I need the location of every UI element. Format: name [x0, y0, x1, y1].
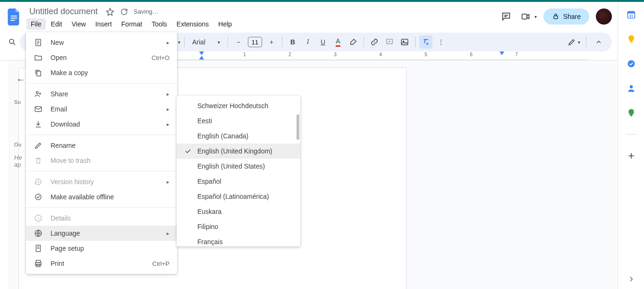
menu-details: Details — [26, 211, 177, 226]
share-button[interactable]: Share — [543, 8, 589, 25]
sync-icon — [119, 7, 129, 17]
editing-mode-button[interactable]: ▾ — [567, 35, 580, 49]
menu-new[interactable]: New▸ — [26, 35, 177, 50]
offline-icon — [34, 192, 43, 202]
menubar-edit[interactable]: Edit — [47, 18, 67, 30]
italic-button[interactable]: I — [301, 35, 314, 49]
docs-logo[interactable] — [6, 6, 23, 28]
document-icon — [34, 38, 43, 47]
maps-icon[interactable] — [626, 108, 636, 118]
chevron-down-icon: ▾ — [534, 14, 537, 19]
trash-icon — [34, 156, 43, 165]
more-toolbar-icon[interactable]: ⋮ — [434, 35, 448, 49]
tasks-icon[interactable] — [626, 59, 636, 69]
menu-offline[interactable]: Make available offline — [26, 189, 177, 204]
vertical-ruler[interactable] — [0, 60, 9, 289]
collapse-toolbar-icon[interactable] — [592, 35, 605, 49]
language-option[interactable]: English (Canada) — [177, 128, 300, 144]
print-icon — [34, 259, 43, 268]
email-icon — [34, 104, 43, 114]
ruler-tick: 7 — [515, 52, 518, 57]
svg-point-22 — [35, 194, 41, 200]
search-icon[interactable] — [7, 38, 18, 46]
calendar-icon[interactable]: 31 — [626, 9, 636, 20]
document-title[interactable]: Untitled document — [26, 6, 101, 17]
menubar-help[interactable]: Help — [214, 18, 236, 30]
menu-language[interactable]: Language▸ — [26, 226, 177, 241]
language-option[interactable]: Eesti — [177, 113, 300, 128]
menu-page-setup[interactable]: Page setup — [26, 241, 177, 256]
clear-formatting-button[interactable] — [419, 35, 432, 49]
language-option[interactable]: Français — [177, 234, 300, 246]
menu-share[interactable]: Share▸ — [26, 86, 177, 102]
menubar-tools[interactable]: Tools — [147, 18, 171, 30]
highlight-button[interactable] — [347, 35, 360, 49]
language-option[interactable]: Español (Latinoamérica) — [177, 189, 300, 204]
menubar-view[interactable]: View — [68, 18, 90, 30]
keep-icon[interactable] — [626, 34, 636, 44]
svg-text:31: 31 — [629, 14, 633, 18]
ruler-tick: 2 — [288, 52, 291, 57]
svg-rect-3 — [522, 14, 527, 19]
language-submenu: Schweizer HochdeutschEestiEnglish (Canad… — [177, 95, 300, 246]
svg-rect-14 — [630, 42, 632, 43]
get-addons-icon[interactable] — [626, 151, 636, 161]
menubar-insert[interactable]: Insert — [91, 18, 116, 30]
side-panel: 31 — [618, 2, 644, 289]
svg-rect-0 — [11, 16, 17, 17]
file-menu-dropdown: New▸ OpenCtrl+O Make a copy Share▸ Email… — [26, 32, 177, 274]
check-icon — [183, 146, 193, 156]
menubar-file[interactable]: File — [26, 18, 46, 30]
page-setup-icon — [34, 244, 43, 253]
svg-rect-4 — [554, 16, 558, 19]
language-option[interactable]: Español — [177, 174, 300, 189]
insert-image-button[interactable] — [398, 35, 411, 49]
increase-font-size[interactable]: + — [265, 35, 278, 49]
menu-print[interactable]: PrintCtrl+P — [26, 256, 177, 271]
underline-button[interactable]: U — [316, 35, 330, 49]
menubar: FileEditViewInsertFormatToolsExtensionsH… — [26, 18, 494, 30]
ruler-tick: 6 — [470, 52, 473, 57]
share-label: Share — [563, 13, 581, 20]
text-color-button[interactable]: A — [331, 35, 345, 49]
font-size-input[interactable] — [248, 37, 262, 47]
svg-point-20 — [36, 92, 39, 94]
summary-label: Su — [14, 99, 27, 105]
menu-download[interactable]: Download▸ — [26, 117, 177, 132]
menu-version-history: Version history▸ — [26, 174, 177, 189]
menu-make-copy[interactable]: Make a copy — [26, 65, 177, 80]
meet-button[interactable]: ▾ — [521, 8, 537, 25]
font-family-select[interactable]: Arial▾ — [188, 38, 224, 46]
outline-panel-fragment: ← Su Ou He ap — [14, 73, 27, 168]
info-icon — [34, 213, 43, 223]
language-option[interactable]: English (United States) — [177, 159, 300, 174]
contacts-icon[interactable] — [626, 83, 636, 94]
svg-rect-19 — [37, 71, 41, 76]
menubar-extensions[interactable]: Extensions — [172, 18, 213, 30]
history-icon — [34, 177, 43, 187]
svg-point-15 — [627, 60, 635, 68]
show-side-panel-icon[interactable] — [627, 275, 636, 283]
svg-rect-1 — [11, 18, 17, 19]
comments-icon[interactable] — [498, 8, 514, 25]
saving-status: Saving… — [134, 8, 159, 15]
bold-button[interactable]: B — [286, 35, 299, 49]
language-option[interactable]: Euskara — [177, 204, 300, 219]
language-option[interactable]: Filipino — [177, 219, 300, 234]
decrease-font-size[interactable]: − — [232, 35, 245, 49]
outline-label: Ou — [14, 142, 27, 147]
menu-open[interactable]: OpenCtrl+O — [26, 50, 177, 65]
back-arrow-icon[interactable]: ← — [14, 73, 27, 86]
svg-rect-12 — [627, 11, 635, 13]
insert-link-button[interactable] — [368, 35, 381, 49]
copy-icon — [34, 68, 43, 77]
menubar-format[interactable]: Format — [117, 18, 146, 30]
language-option[interactable]: Schweizer Hochdeutsch — [177, 98, 300, 113]
add-comment-button[interactable] — [383, 35, 396, 49]
avatar[interactable] — [596, 8, 612, 25]
menu-rename[interactable]: Rename — [26, 138, 177, 153]
star-icon[interactable] — [105, 7, 115, 17]
language-option[interactable]: English (United Kingdom) — [177, 144, 300, 159]
ruler-tick: 4 — [379, 52, 382, 57]
menu-email[interactable]: Email▸ — [26, 102, 177, 117]
